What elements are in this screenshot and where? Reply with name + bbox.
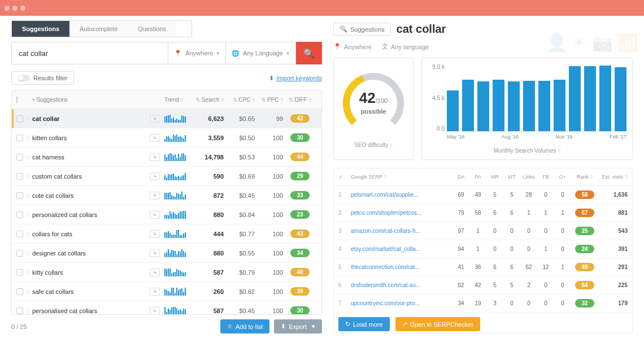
th-url[interactable]: Google SERP <box>351 174 382 180</box>
row-checkbox[interactable] <box>16 307 23 314</box>
keyword-input[interactable] <box>11 42 168 64</box>
help-icon[interactable]: ? <box>558 148 560 154</box>
star-icon[interactable]: ☆ <box>25 249 32 257</box>
expand-button[interactable]: ↳ <box>150 307 160 315</box>
row-checkbox[interactable] <box>16 288 23 295</box>
star-icon[interactable]: ☆ <box>25 307 32 315</box>
th-suggestions[interactable]: Suggestions <box>37 97 68 103</box>
th-mr[interactable]: MR <box>491 174 499 180</box>
search-cell: 587 <box>193 307 224 314</box>
search-button[interactable]: 🔍 <box>296 42 322 64</box>
row-checkbox[interactable] <box>16 135 23 141</box>
row-checkbox[interactable] <box>16 250 23 257</box>
th-gp[interactable]: G+ <box>559 174 566 180</box>
diff-badge: 34 <box>290 249 310 257</box>
select-all-checkbox[interactable] <box>16 96 18 103</box>
star-icon[interactable]: ☆ <box>25 115 32 123</box>
serp-url[interactable]: etsy.com/market/cat_colla... <box>351 246 451 252</box>
table-row[interactable]: ☆ personalized cat collars ↳ 880 $0.84 1… <box>12 205 321 224</box>
th-da[interactable]: DA <box>458 174 465 180</box>
th-mt[interactable]: MT <box>508 174 516 180</box>
breadcrumb-label: Suggestions <box>350 26 385 33</box>
chart-bar <box>554 80 565 131</box>
th-ev[interactable]: Est. visits <box>602 174 623 180</box>
expand-button[interactable]: ↳ <box>150 211 160 219</box>
serp-row[interactable]: 4 etsy.com/market/cat_colla... 94 1 0 0 … <box>334 240 632 258</box>
row-checkbox[interactable] <box>16 231 23 237</box>
expand-button[interactable]: ↳ <box>150 268 160 276</box>
th-rank[interactable]: Rank <box>577 174 589 180</box>
th-trend[interactable]: Trend <box>164 97 179 103</box>
expand-button[interactable]: ↳ <box>150 230 160 238</box>
breadcrumb-suggestions[interactable]: 🔍Suggestions <box>333 23 391 36</box>
star-icon[interactable]: ☆ <box>25 134 32 142</box>
serp-row[interactable]: 5 thecatconnection.com/cat... 41 36 6 6 … <box>334 258 632 276</box>
mr-cell: 3 <box>488 300 502 306</box>
serp-row[interactable]: 7 upcountryinc.com/our-pro... 34 19 3 0 … <box>334 294 632 313</box>
serp-url[interactable]: upcountryinc.com/our-pro... <box>351 300 451 306</box>
serp-url[interactable]: petco.com/shop/en/petcos... <box>351 210 451 216</box>
expand-button[interactable]: ↳ <box>150 153 160 161</box>
expand-button[interactable]: ↳ <box>150 172 160 180</box>
help-icon[interactable]: ? <box>390 142 393 148</box>
tab-suggestions[interactable]: Suggestions <box>12 21 69 37</box>
expand-button[interactable]: ↳ <box>150 249 160 257</box>
th-diff[interactable]: DIFF <box>295 97 307 103</box>
expand-button[interactable]: ↳ <box>150 115 160 123</box>
serp-row[interactable]: 2 petco.com/shop/en/petcos... 79 58 6 6 … <box>334 204 632 222</box>
location-filter[interactable]: 📍 Anywhere ▾ <box>168 42 226 64</box>
serp-url[interactable]: amazon.com/cat-collars-h... <box>351 228 451 234</box>
table-row[interactable]: ☆ collars for cats ↳ 444 $0.77 100 43 <box>12 224 321 244</box>
language-filter[interactable]: 🌐 Any Language ▾ <box>226 42 296 64</box>
sort-icon[interactable]: ▾ <box>32 97 37 103</box>
expand-button[interactable]: ↳ <box>150 288 160 296</box>
star-icon[interactable]: ☆ <box>25 268 32 276</box>
row-checkbox[interactable] <box>16 211 23 218</box>
row-checkbox[interactable] <box>16 115 23 122</box>
tab-questions[interactable]: Questions <box>128 21 176 37</box>
serp-row[interactable]: 6 drsfostersmith.com/cat-su... 62 42 5 5… <box>334 276 632 294</box>
table-row[interactable]: ☆ cat collar ↳ 6,623 $0.65 99 42 <box>12 109 321 128</box>
th-pa[interactable]: PA <box>475 174 481 180</box>
page-title: cat collar <box>397 23 446 36</box>
star-icon[interactable]: ☆ <box>25 211 32 219</box>
keyword-cell: cat collar <box>32 115 150 122</box>
expand-icon[interactable]: ⤢ <box>338 174 349 180</box>
add-to-list-button[interactable]: ☆Add to list <box>220 319 269 333</box>
star-icon[interactable]: ☆ <box>25 192 32 200</box>
row-checkbox[interactable] <box>16 192 23 199</box>
star-icon[interactable]: ☆ <box>25 172 32 180</box>
serp-url[interactable]: drsfostersmith.com/cat-su... <box>351 282 451 288</box>
table-row[interactable]: ☆ safe cat collars ↳ 260 $0.62 100 39 <box>12 282 321 301</box>
star-icon[interactable]: ☆ <box>25 153 32 161</box>
open-serpchecker-button[interactable]: ↗Open in SERPChecker <box>395 317 481 331</box>
serp-url[interactable]: thecatconnection.com/cat... <box>351 264 451 270</box>
import-keywords-link[interactable]: ⬇ Import keywords <box>269 75 322 82</box>
export-button[interactable]: ⬇Export▾ <box>274 319 322 333</box>
serp-row[interactable]: 1 petsmart.com/cat/supplie... 69 49 5 5 … <box>334 186 632 204</box>
tab-autocomplete[interactable]: Autocomplete <box>69 21 128 37</box>
expand-button[interactable]: ↳ <box>150 192 160 200</box>
table-row[interactable]: ☆ kitty collars ↳ 587 $0.79 100 40 <box>12 263 321 282</box>
th-fb[interactable]: FB <box>542 174 549 180</box>
star-icon[interactable]: ☆ <box>25 288 32 296</box>
th-ppc[interactable]: PPC <box>267 97 279 103</box>
load-more-button[interactable]: ↻Load more <box>338 317 390 331</box>
row-checkbox[interactable] <box>16 269 23 276</box>
row-checkbox[interactable] <box>16 154 23 161</box>
star-icon[interactable]: ☆ <box>25 230 32 238</box>
table-row[interactable]: ☆ custom cat collars ↳ 590 $0.69 100 29 <box>12 167 321 186</box>
table-row[interactable]: ☆ personalised cat collars ↳ 587 $0.45 1… <box>12 301 321 314</box>
results-filter-toggle[interactable]: Results filter <box>11 71 74 85</box>
table-row[interactable]: ☆ kitten collars ↳ 3,559 $0.50 100 30 <box>12 128 321 148</box>
th-cpc[interactable]: CPC <box>238 97 250 103</box>
table-row[interactable]: ☆ cute cat collars ↳ 872 $0.45 100 33 <box>12 186 321 205</box>
th-links[interactable]: Links <box>523 174 534 180</box>
table-row[interactable]: ☆ designer cat collars ↳ 880 $0.55 100 3… <box>12 244 321 263</box>
serp-row[interactable]: 3 amazon.com/cat-collars-h... 97 1 0 0 0… <box>334 222 632 240</box>
th-search[interactable]: Search <box>202 97 220 103</box>
row-checkbox[interactable] <box>16 173 23 180</box>
serp-url[interactable]: petsmart.com/cat/supplie... <box>351 192 451 198</box>
expand-button[interactable]: ↳ <box>150 134 160 142</box>
table-row[interactable]: ☆ cat harness ↳ 14,798 $0.53 100 44 <box>12 148 321 167</box>
